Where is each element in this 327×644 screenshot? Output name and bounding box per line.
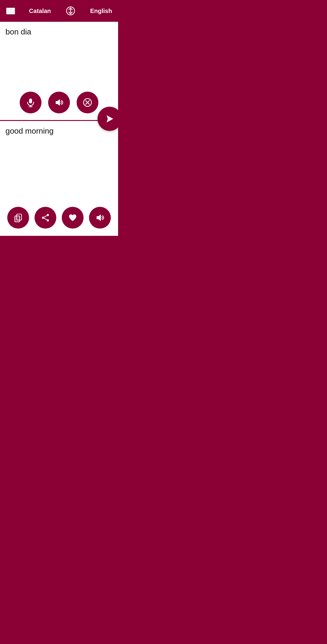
source-language-label[interactable]: Catalan — [29, 8, 51, 15]
copy-icon — [13, 213, 23, 223]
target-text: good morning — [0, 121, 118, 201]
microphone-icon — [26, 98, 35, 107]
clear-icon — [83, 98, 92, 107]
menu-button[interactable] — [6, 8, 15, 15]
app-header: Catalan English — [0, 0, 118, 22]
copy-button[interactable] — [7, 207, 29, 229]
svg-marker-17 — [97, 214, 101, 221]
send-icon — [104, 113, 115, 124]
target-language-label[interactable]: English — [90, 8, 112, 15]
target-actions — [0, 201, 118, 236]
svg-rect-1 — [29, 99, 32, 103]
svg-point-13 — [42, 217, 44, 219]
speak-source-button[interactable] — [48, 92, 70, 113]
share-button[interactable] — [35, 207, 56, 229]
svg-line-16 — [44, 218, 47, 220]
share-icon — [41, 213, 50, 223]
heart-icon — [68, 213, 78, 223]
speaker-source-icon — [54, 98, 64, 107]
svg-marker-4 — [56, 99, 60, 106]
target-panel: good morning — [0, 121, 118, 236]
svg-marker-8 — [107, 115, 113, 122]
favorite-button[interactable] — [62, 207, 84, 229]
clear-button[interactable] — [77, 92, 98, 113]
source-text[interactable]: bon dia — [0, 22, 118, 86]
swap-icon — [65, 5, 76, 17]
speak-translation-button[interactable] — [89, 207, 111, 229]
swap-languages-button[interactable] — [65, 5, 76, 17]
svg-line-15 — [44, 216, 47, 217]
microphone-button[interactable] — [20, 92, 41, 113]
svg-rect-10 — [15, 216, 20, 222]
speaker-target-icon — [95, 213, 105, 223]
source-panel: bon dia — [0, 22, 118, 121]
